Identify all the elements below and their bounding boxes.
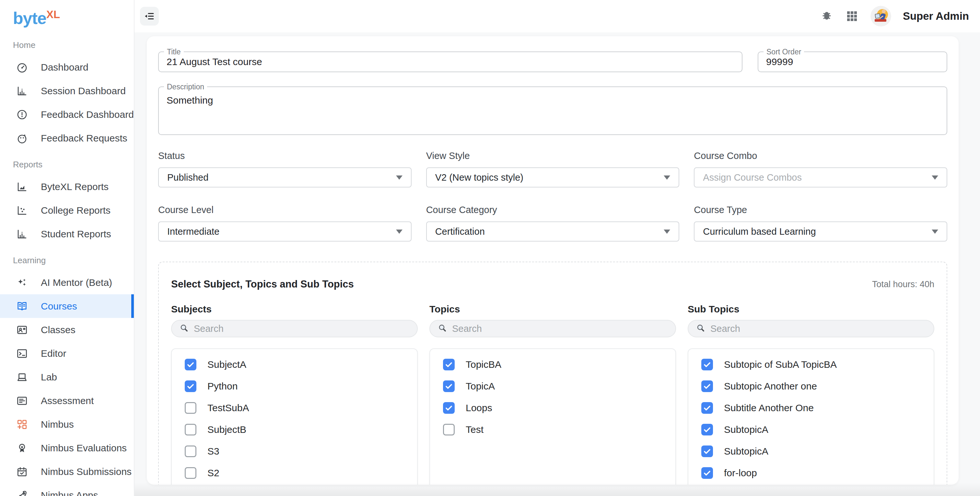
sidebar-item-student-reports[interactable]: Student Reports bbox=[0, 222, 134, 246]
brand-logo-xl: XL bbox=[46, 8, 60, 21]
checkbox-unchecked-icon[interactable] bbox=[185, 402, 196, 414]
checkbox-checked-icon[interactable] bbox=[185, 359, 196, 370]
sidebar-item-classes[interactable]: Classes bbox=[0, 318, 134, 342]
sidebar-item-nimbus-evaluations[interactable]: Nimbus Evaluations bbox=[0, 436, 134, 460]
checkbox-row-python[interactable]: Python bbox=[172, 375, 417, 397]
sidebar-item-label: ByteXL Reports bbox=[41, 181, 108, 192]
checkbox-row-s1[interactable]: S1 bbox=[172, 484, 417, 485]
checkbox-label: TopicA bbox=[466, 381, 495, 392]
checkbox-row-loops[interactable]: Loops bbox=[430, 397, 675, 418]
sidebar-section-learning: Learning bbox=[0, 246, 134, 271]
checkbox-checked-icon[interactable] bbox=[443, 380, 455, 392]
search-input[interactable] bbox=[452, 323, 668, 334]
sidebar-nav: HomeDashboardSession DashboardFeedback D… bbox=[0, 30, 134, 496]
brand-logo[interactable]: byteXL bbox=[0, 0, 134, 28]
checkbox-row-s2[interactable]: S2 bbox=[172, 462, 417, 484]
course-level-group: Course Level Intermediate bbox=[158, 204, 412, 241]
status-select[interactable]: Published bbox=[158, 167, 412, 187]
course-type-select[interactable]: Curriculum based Learning bbox=[694, 222, 947, 241]
sidebar-item-session-dashboard[interactable]: Session Dashboard bbox=[0, 79, 134, 103]
description-input[interactable]: Something bbox=[159, 87, 947, 135]
status-value: Published bbox=[167, 172, 396, 183]
checkbox-unchecked-icon[interactable] bbox=[185, 467, 196, 479]
checkbox-row-subtopica[interactable]: SubtopicA bbox=[688, 440, 934, 462]
checkbox-row-subtopica[interactable]: SubtopicA bbox=[688, 418, 934, 440]
checkbox-checked-icon[interactable] bbox=[701, 359, 713, 370]
checkbox-row-subtitle-another-one[interactable]: Subtitle Another One bbox=[688, 397, 934, 418]
checkbox-checked-icon[interactable] bbox=[443, 359, 455, 370]
title-input[interactable] bbox=[159, 52, 742, 71]
checkbox-row-topicba[interactable]: TopicBA bbox=[430, 353, 675, 375]
sidebar-item-editor[interactable]: Editor bbox=[0, 342, 134, 365]
checkbox-checked-icon[interactable] bbox=[701, 467, 713, 479]
checkbox-row-s3[interactable]: S3 bbox=[172, 440, 417, 462]
checkbox-row-subjecta[interactable]: SubjectA bbox=[172, 353, 417, 375]
checkbox-checked-icon[interactable] bbox=[701, 380, 713, 392]
sidebar-item-ai-mentor-beta[interactable]: AI Mentor (Beta) bbox=[0, 271, 134, 294]
checkbox-label: Subtopic Another one bbox=[724, 381, 817, 392]
checkbox-label: Python bbox=[207, 381, 237, 392]
checkbox-row-subtopic-of-suba-topicba[interactable]: Subtopic of SubA TopicBA bbox=[688, 353, 934, 375]
sidebar-item-label: Lab bbox=[41, 372, 57, 383]
apps-grid-icon[interactable] bbox=[845, 10, 859, 23]
checkbox-checked-icon[interactable] bbox=[701, 402, 713, 414]
collapse-sidebar-button[interactable] bbox=[140, 7, 159, 25]
sidebar-item-lab[interactable]: Lab bbox=[0, 365, 134, 389]
sidebar-item-dashboard[interactable]: Dashboard bbox=[0, 55, 134, 79]
feedback-face-icon bbox=[16, 132, 29, 145]
checkbox-row-testsuba[interactable]: TestSubA bbox=[172, 397, 417, 418]
dropdown-arrow-icon bbox=[396, 230, 402, 234]
search-input[interactable] bbox=[710, 323, 926, 334]
topbar: Super Admin bbox=[135, 0, 980, 32]
assessment-card-icon bbox=[16, 395, 29, 407]
course-combo-group: Course Combo Assign Course Combos bbox=[694, 151, 947, 187]
calendar-check-icon bbox=[16, 465, 29, 478]
checkbox-row-subtopic-another-one[interactable]: Subtopic Another one bbox=[688, 375, 934, 397]
user-avatar[interactable] bbox=[870, 6, 891, 27]
checkbox-row-for-loop[interactable]: for-loop bbox=[688, 462, 934, 484]
sidebar-item-feedback-dashboard[interactable]: Feedback Dashboard bbox=[0, 103, 134, 126]
sidebar-item-nimbus-submissions[interactable]: Nimbus Submissions bbox=[0, 460, 134, 483]
search-input[interactable] bbox=[194, 323, 410, 334]
sidebar-item-college-reports[interactable]: College Reports bbox=[0, 198, 134, 222]
checkbox-row-test[interactable]: Test bbox=[430, 418, 675, 440]
course-combo-select[interactable]: Assign Course Combos bbox=[694, 167, 947, 187]
dropdown-arrow-icon bbox=[664, 176, 670, 180]
checkbox-checked-icon[interactable] bbox=[701, 445, 713, 457]
checkbox-unchecked-icon[interactable] bbox=[443, 424, 455, 436]
section-title: Select Subject, Topics and Sub Topics bbox=[171, 279, 354, 290]
checkbox-checked-icon[interactable] bbox=[443, 402, 455, 414]
checkbox-label: SubjectB bbox=[207, 424, 246, 435]
sidebar-item-label: Dashboard bbox=[41, 62, 89, 73]
sidebar-item-label: Nimbus Evaluations bbox=[41, 442, 127, 453]
user-name[interactable]: Super Admin bbox=[903, 10, 969, 22]
checkbox-row-subjectb[interactable]: SubjectB bbox=[172, 418, 417, 440]
course-category-select[interactable]: Certification bbox=[426, 222, 679, 241]
sidebar-item-nimbus-apps[interactable]: Nimbus Apps bbox=[0, 483, 134, 496]
course-level-select[interactable]: Intermediate bbox=[158, 222, 412, 241]
checkbox-unchecked-icon[interactable] bbox=[185, 445, 196, 457]
sidebar-item-label: Classes bbox=[41, 325, 75, 335]
checkbox-label: for-loop bbox=[724, 467, 757, 479]
bar-chart-icon bbox=[16, 84, 29, 97]
subject-topic-section: Select Subject, Topics and Sub Topics To… bbox=[158, 261, 947, 485]
description-field: Description Something bbox=[158, 86, 947, 135]
checkbox-unchecked-icon[interactable] bbox=[185, 424, 196, 436]
sidebar-item-assessment[interactable]: Assessment bbox=[0, 389, 134, 412]
laptop-icon bbox=[16, 371, 29, 383]
sidebar-item-bytexl-reports[interactable]: ByteXL Reports bbox=[0, 175, 134, 198]
sidebar-item-label: Editor bbox=[41, 348, 66, 359]
terminal-icon bbox=[16, 347, 29, 360]
checkbox-checked-icon[interactable] bbox=[185, 380, 196, 392]
course-category-value: Certification bbox=[435, 226, 664, 237]
sidebar-item-label: Assessment bbox=[41, 395, 94, 406]
course-category-label: Course Category bbox=[426, 204, 679, 215]
sidebar-item-nimbus[interactable]: Nimbus bbox=[0, 412, 134, 436]
checkbox-row-topica[interactable]: TopicA bbox=[430, 375, 675, 397]
sidebar-item-feedback-requests[interactable]: Feedback Requests bbox=[0, 126, 134, 150]
sidebar-item-courses[interactable]: Courses bbox=[0, 294, 134, 318]
column-sub-topics: Sub TopicsSubtopic of SubA TopicBASubtop… bbox=[688, 304, 934, 485]
view-style-select[interactable]: V2 (New topics style) bbox=[426, 167, 679, 187]
checkbox-checked-icon[interactable] bbox=[701, 424, 713, 436]
bug-report-icon[interactable] bbox=[820, 10, 834, 23]
